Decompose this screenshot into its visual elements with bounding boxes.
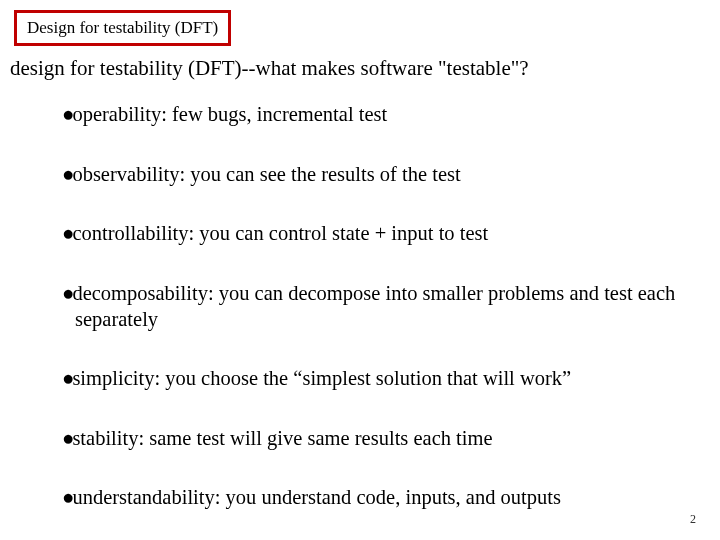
bullet-icon: ● <box>62 367 72 389</box>
list-item: ●observability: you can see the results … <box>62 162 682 188</box>
bullet-icon: ● <box>62 103 72 125</box>
page-number: 2 <box>690 512 696 527</box>
bullet-text: understandability: you understand code, … <box>72 486 561 508</box>
bullet-icon: ● <box>62 282 72 304</box>
list-item: ●simplicity: you choose the “simplest so… <box>62 366 682 392</box>
subtitle: design for testability (DFT)--what makes… <box>10 56 529 81</box>
bullet-text: operability: few bugs, incremental test <box>72 103 387 125</box>
title-box: Design for testability (DFT) <box>14 10 231 46</box>
bullet-text: simplicity: you choose the “simplest sol… <box>72 367 571 389</box>
title-text: Design for testability (DFT) <box>27 18 218 37</box>
list-item: ●operability: few bugs, incremental test <box>62 102 682 128</box>
bullet-icon: ● <box>62 486 72 508</box>
list-item: ●understandability: you understand code,… <box>62 485 682 511</box>
bullet-text: stability: same test will give same resu… <box>72 427 492 449</box>
bullet-list: ●operability: few bugs, incremental test… <box>62 102 682 511</box>
list-item: ●controllability: you can control state … <box>62 221 682 247</box>
list-item: ●stability: same test will give same res… <box>62 426 682 452</box>
list-item: ●decomposability: you can decompose into… <box>62 281 682 332</box>
bullet-icon: ● <box>62 163 72 185</box>
bullet-text: decomposability: you can decompose into … <box>72 282 675 330</box>
bullet-icon: ● <box>62 222 72 244</box>
bullet-icon: ● <box>62 427 72 449</box>
bullet-text: observability: you can see the results o… <box>72 163 460 185</box>
bullet-text: controllability: you can control state +… <box>72 222 488 244</box>
